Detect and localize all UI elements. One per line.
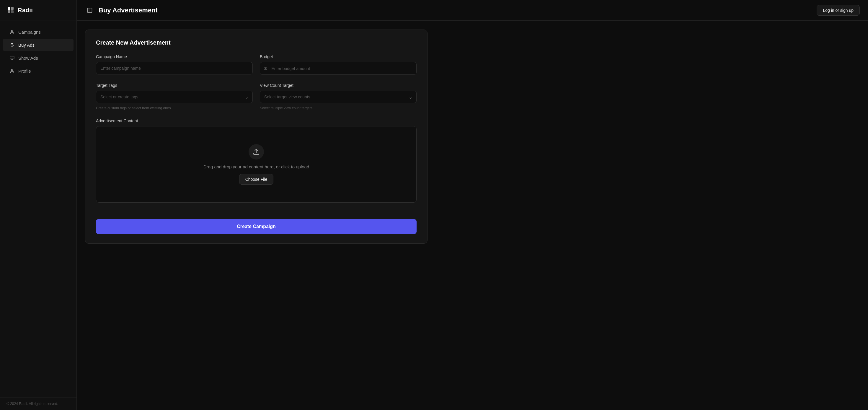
dollar-prefix: $ xyxy=(260,62,270,75)
campaign-name-input[interactable] xyxy=(96,62,253,75)
budget-input-wrapper: $ xyxy=(260,62,416,75)
sidebar-toggle-button[interactable] xyxy=(85,6,94,15)
target-tags-hint: Create custom tags or select from existi… xyxy=(96,106,253,110)
target-tags-select-wrapper: Select or create tags ⌄ xyxy=(96,91,253,103)
svg-rect-2 xyxy=(8,10,10,13)
monitor-icon xyxy=(9,55,15,61)
target-tags-label: Target Tags xyxy=(96,83,253,88)
user-icon xyxy=(9,29,15,35)
svg-rect-6 xyxy=(10,56,14,59)
upload-area[interactable]: Drag and drop your ad content here, or c… xyxy=(96,126,416,203)
sidebar-item-campaigns[interactable]: Campaigns xyxy=(3,26,73,38)
svg-point-9 xyxy=(11,69,13,70)
create-campaign-button[interactable]: Create Campaign xyxy=(96,219,416,234)
login-button[interactable]: Log in or sign up xyxy=(817,5,860,16)
sidebar-item-label-profile: Profile xyxy=(18,68,31,74)
view-count-select-wrapper: Select target view counts ⌄ xyxy=(260,91,416,103)
sidebar-nav: Campaigns Buy Ads Show Ads xyxy=(0,20,76,397)
sidebar-item-label-show-ads: Show Ads xyxy=(18,56,38,61)
sidebar-item-profile[interactable]: Profile xyxy=(3,65,73,77)
campaign-name-label: Campaign Name xyxy=(96,54,253,59)
svg-rect-10 xyxy=(88,8,92,12)
budget-label: Budget xyxy=(260,54,416,59)
sidebar-item-show-ads[interactable]: Show Ads xyxy=(3,52,73,64)
page-title: Buy Advertisement xyxy=(99,6,158,14)
person-icon xyxy=(9,68,15,74)
main-area: Buy Advertisement Log in or sign up Crea… xyxy=(77,0,868,410)
choose-file-button[interactable]: Choose File xyxy=(239,174,274,185)
topbar: Buy Advertisement Log in or sign up xyxy=(77,0,868,21)
ad-content-group: Advertisement Content Drag and drop your… xyxy=(96,118,416,211)
view-count-group: View Count Target Select target view cou… xyxy=(260,83,416,110)
view-count-hint: Select multiple view count targets xyxy=(260,106,416,110)
svg-point-4 xyxy=(11,30,13,32)
upload-instruction-text: Drag and drop your ad content here, or c… xyxy=(204,164,309,169)
view-count-select[interactable]: Select target view counts xyxy=(260,91,416,103)
form-card-title: Create New Advertisement xyxy=(96,39,416,46)
svg-rect-1 xyxy=(11,7,13,10)
topbar-left: Buy Advertisement xyxy=(85,6,158,15)
budget-group: Budget $ xyxy=(260,54,416,75)
sidebar-item-label-campaigns: Campaigns xyxy=(18,30,41,35)
target-tags-select[interactable]: Select or create tags xyxy=(96,91,253,103)
sidebar-item-label-buy-ads: Buy Ads xyxy=(18,42,35,48)
copyright-text: © 2024 Radii. All rights reserved. xyxy=(6,402,58,406)
logo-text: Radii xyxy=(18,7,33,13)
form-row-1: Campaign Name Budget $ xyxy=(96,54,416,75)
campaign-name-group: Campaign Name xyxy=(96,54,253,75)
create-ad-form-card: Create New Advertisement Campaign Name B… xyxy=(85,30,428,244)
sidebar: Radii Campaigns Buy Ads xyxy=(0,0,77,410)
radii-logo-icon xyxy=(6,6,15,14)
sidebar-item-buy-ads[interactable]: Buy Ads xyxy=(3,39,73,51)
sidebar-logo: Radii xyxy=(0,0,76,20)
view-count-label: View Count Target xyxy=(260,83,416,88)
upload-icon xyxy=(249,144,264,159)
form-row-2: Target Tags Select or create tags ⌄ Crea… xyxy=(96,83,416,110)
main-content: Create New Advertisement Campaign Name B… xyxy=(77,21,868,410)
ad-content-label: Advertisement Content xyxy=(96,118,416,123)
budget-input[interactable] xyxy=(270,63,416,75)
svg-rect-0 xyxy=(8,7,10,10)
svg-rect-3 xyxy=(11,10,13,13)
target-tags-group: Target Tags Select or create tags ⌄ Crea… xyxy=(96,83,253,110)
dollar-icon xyxy=(9,42,15,48)
sidebar-footer: © 2024 Radii. All rights reserved. xyxy=(0,397,76,410)
